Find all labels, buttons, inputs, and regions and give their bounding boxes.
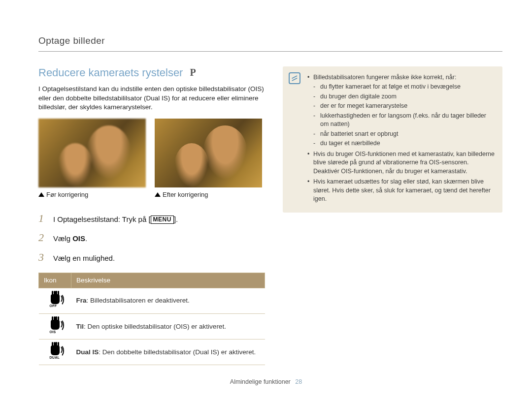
note-subitem: der er for meget kamerarystelse: [313, 102, 495, 111]
step-3: 3 Vælg en mulighed.: [38, 250, 265, 265]
step-number: 2: [38, 230, 47, 245]
table-row: OFF Fra: Billedstabilisatoren er deaktiv…: [39, 288, 265, 313]
note-subitem: du bruger den digitale zoom: [313, 93, 495, 101]
manual-page: Optage billeder Reducere kameraets ryste…: [0, 0, 532, 401]
caption-after: Efter korrigering: [155, 190, 262, 199]
example-photos: [38, 119, 265, 187]
note-text: Billedstabilisatoren fungerer måske ikke…: [313, 74, 456, 81]
note-box: Billedstabilisatoren fungerer måske ikke…: [283, 66, 502, 213]
step-text-post: ].: [174, 215, 178, 223]
step-text-bold: OIS: [72, 234, 85, 243]
steps-list: 1 I Optagelsestilstand: Tryk på [MENU]. …: [38, 211, 265, 265]
ois-on-icon: OIS: [39, 314, 71, 339]
option-text: : Billedstabilisatoren er deaktiveret.: [87, 297, 190, 304]
divider: [38, 51, 502, 52]
step-2: 2 Vælg OIS.: [38, 230, 265, 245]
note-subitem: du flytter kameraet for at følge et moti…: [313, 83, 495, 92]
caption-before-text: Før korrigering: [46, 190, 88, 199]
step-text-pre: I Optagelsestilstand: Tryk på [: [53, 215, 151, 223]
content-columns: Reducere kameraets rystelser P I Optagel…: [38, 65, 502, 366]
option-label: Dual IS: [76, 348, 99, 356]
note-item: Billedstabilisatoren fungerer måske ikke…: [307, 73, 495, 148]
note-icon: [289, 72, 300, 84]
step-number: 1: [38, 211, 47, 226]
option-label: Fra: [76, 297, 87, 304]
table-row: DUAL Dual IS: Den dobbelte billedstabili…: [39, 339, 265, 365]
triangle-up-icon: [38, 192, 44, 197]
step-text-post: .: [85, 234, 87, 243]
mode-indicator: P: [190, 66, 196, 79]
step-text: Vælg en mulighed.: [53, 253, 115, 263]
triangle-up-icon: [155, 192, 161, 197]
left-column: Reducere kameraets rystelser P I Optagel…: [38, 65, 265, 366]
icon-sub-label: OFF: [50, 304, 57, 308]
step-text: Vælg OIS.: [53, 234, 87, 244]
page-footer: Almindelige funktioner 28: [0, 378, 532, 386]
option-label: Til: [76, 323, 84, 330]
footer-page-number: 28: [295, 378, 302, 385]
table-cell-desc: Fra: Billedstabilisatoren er deaktiveret…: [71, 288, 265, 313]
heading-text: Reducere kameraets rystelser: [38, 65, 183, 80]
option-text: : Den optiske billedstabilisator (OIS) e…: [84, 323, 226, 330]
breadcrumb: Optage billeder: [38, 34, 502, 47]
note-item: Hvis du bruger OIS-funktionen med et kam…: [307, 150, 495, 176]
step-number: 3: [38, 250, 47, 265]
note-item: Hvis kameraet udsættes for slag eller st…: [307, 178, 495, 204]
step-text: I Optagelsestilstand: Tryk på [MENU].: [53, 215, 178, 224]
step-text-pre: Vælg en mulighed.: [53, 254, 115, 262]
table-header-icon: Ikon: [39, 273, 71, 288]
menu-button-label: MENU: [151, 216, 174, 224]
section-heading: Reducere kameraets rystelser P: [38, 65, 265, 80]
note-subitem: du tager et nærbillede: [313, 139, 495, 148]
caption-before: Før korrigering: [38, 190, 146, 199]
table-header-desc: Beskrivelse: [71, 273, 265, 288]
table-cell-desc: Til: Den optiske billedstabilisator (OIS…: [71, 314, 265, 339]
table-row: OIS Til: Den optiske billedstabilisator …: [39, 314, 265, 339]
icon-sub-label: OIS: [50, 330, 56, 334]
table-cell-desc: Dual IS: Den dobbelte billedstabilisator…: [71, 339, 265, 365]
note-subitem: lukkerhastigheden er for langsom (f.eks.…: [313, 112, 495, 129]
photo-captions: Før korrigering Efter korrigering: [38, 190, 265, 199]
step-1: 1 I Optagelsestilstand: Tryk på [MENU].: [38, 211, 265, 226]
step-text-pre: Vælg: [53, 234, 72, 243]
footer-section: Almindelige funktioner: [230, 378, 291, 385]
ois-dual-icon: DUAL: [39, 339, 71, 365]
ois-off-icon: OFF: [39, 288, 71, 313]
options-table: Ikon Beskrivelse OFF Fra: Billedstabilis…: [38, 273, 265, 366]
right-column: Billedstabilisatoren fungerer måske ikke…: [283, 65, 502, 366]
icon-sub-label: DUAL: [50, 355, 60, 360]
photo-after-correction: [155, 119, 262, 187]
caption-after-text: Efter korrigering: [163, 190, 208, 199]
photo-before-correction: [38, 119, 146, 187]
note-subitem: når batteriet snart er opbrugt: [313, 130, 495, 139]
intro-paragraph: I Optagelsestilstand kan du indstille en…: [38, 85, 265, 112]
option-text: : Den dobbelte billedstabilisator (Dual …: [99, 348, 256, 356]
